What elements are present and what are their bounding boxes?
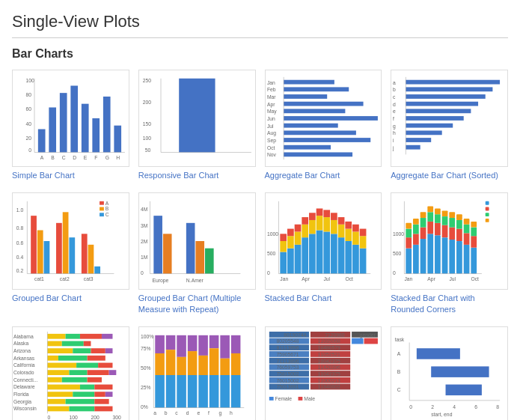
svg-rect-7 <box>49 107 56 152</box>
chart-cell-normalized-stacked-labels[interactable]: 80190744 7120980 gender 80205548 1103506… <box>265 326 382 420</box>
svg-rect-176 <box>420 228 426 239</box>
svg-rect-132 <box>309 213 316 221</box>
svg-rect-69 <box>406 109 471 113</box>
svg-text:b: b <box>165 410 168 416</box>
svg-rect-247 <box>88 377 102 383</box>
svg-text:60: 60 <box>25 106 31 112</box>
chart-cell-stacked-bar-rounded[interactable]: 0 500 1000 <box>391 192 508 314</box>
chart-stacked-bar[interactable]: 0 500 1000 <box>265 192 382 290</box>
svg-rect-195 <box>456 241 462 274</box>
svg-rect-147 <box>345 222 352 229</box>
chart-stacked-bar-rounded[interactable]: 0 500 1000 <box>391 192 508 290</box>
page-title: Single-View Plots <box>12 12 508 38</box>
svg-text:11000213: 11000213 <box>317 378 340 383</box>
svg-text:Aug: Aug <box>266 130 275 136</box>
svg-rect-152 <box>359 237 366 249</box>
svg-rect-172 <box>413 234 419 246</box>
svg-rect-47 <box>284 109 345 113</box>
svg-rect-137 <box>323 217 330 231</box>
svg-rect-237 <box>88 356 105 361</box>
svg-rect-286 <box>209 335 219 348</box>
svg-rect-257 <box>94 399 108 404</box>
svg-rect-244 <box>109 370 117 375</box>
chart-cell-gantt[interactable]: A B C task 0 2 4 6 8 start, end Gantt Ch… <box>391 326 508 420</box>
svg-text:0: 0 <box>393 271 396 276</box>
section-title: Bar Charts <box>12 47 508 61</box>
svg-rect-125 <box>294 232 301 245</box>
svg-rect-134 <box>316 216 322 230</box>
chart-cell-grouped-bar-multiple[interactable]: 0 1M 2M 3M 4M Europe N.Amer Grouped Bar … <box>138 192 256 314</box>
svg-rect-178 <box>420 213 426 219</box>
svg-rect-127 <box>302 237 308 273</box>
svg-text:Male: Male <box>304 396 315 401</box>
svg-rect-353 <box>417 348 460 359</box>
svg-rect-145 <box>345 241 352 274</box>
chart-cell-responsive-bar[interactable]: 250 200 150 100 50 Responsive Bar Chart <box>138 70 256 180</box>
svg-text:100%: 100% <box>141 334 153 339</box>
svg-rect-187 <box>442 237 448 273</box>
svg-rect-67 <box>406 94 486 99</box>
svg-rect-240 <box>98 362 112 368</box>
svg-rect-135 <box>316 209 322 216</box>
chart-gantt[interactable]: A B C task 0 2 4 6 8 start, end <box>391 326 508 420</box>
svg-rect-153 <box>359 229 366 237</box>
svg-rect-174 <box>413 219 419 225</box>
svg-rect-253 <box>94 392 105 397</box>
chart-label-responsive-bar: Responsive Bar Chart <box>138 170 219 180</box>
chart-cell-grouped-bar[interactable]: A B C 1.0 0.8 0.6 0.4 0.2 <box>12 192 129 314</box>
chart-normalized-stacked-labels[interactable]: 80190744 7120980 gender 80205548 1103506… <box>265 326 382 420</box>
svg-text:75815002: 75815002 <box>276 371 299 377</box>
svg-rect-274 <box>166 335 176 350</box>
chart-cell-simple-bar[interactable]: 100 80 60 40 20 0 A B C D E <box>12 70 129 180</box>
chart-cell-aggregate-bar[interactable]: Jan Feb Mar Apr May Jun Jul Aug Sep Oct … <box>265 70 382 180</box>
svg-text:cat2: cat2 <box>60 276 70 281</box>
chart-normalized-stacked[interactable]: 0% 25% 50% 75% 100% <box>138 326 256 420</box>
chart-aggregate-bar-sorted[interactable]: a b c d e f g h i j <box>391 70 508 167</box>
chart-simple-bar[interactable]: 100 80 60 40 20 0 A B C D E <box>12 70 129 167</box>
svg-rect-241 <box>47 370 69 375</box>
svg-rect-146 <box>345 229 352 241</box>
chart-cell-normalized-stacked[interactable]: 0% 25% 50% 75% 100% <box>138 326 256 420</box>
chart-cell-stacked-bar[interactable]: 0 500 1000 <box>265 192 382 314</box>
svg-rect-246 <box>62 377 88 383</box>
svg-text:Oct: Oct <box>266 145 275 150</box>
svg-text:B: B <box>105 207 109 212</box>
svg-rect-226 <box>80 334 102 339</box>
svg-text:Alaska: Alaska <box>13 341 29 346</box>
svg-rect-130 <box>309 234 316 274</box>
svg-text:Feb: Feb <box>266 87 275 92</box>
svg-rect-202 <box>464 219 470 225</box>
svg-rect-280 <box>188 335 198 351</box>
svg-rect-109 <box>195 241 204 274</box>
svg-text:80: 80 <box>25 92 31 97</box>
svg-text:h: h <box>393 130 396 136</box>
chart-grouped-bar-multiple[interactable]: 0 1M 2M 3M 4M Europe N.Amer <box>138 192 256 290</box>
svg-text:g: g <box>218 410 221 416</box>
chart-horizontal-stacked[interactable]: Alabama Alaska Arizona Arkansas Californ… <box>12 326 129 420</box>
svg-rect-285 <box>198 375 208 408</box>
svg-text:B: B <box>397 369 401 374</box>
svg-text:Jan: Jan <box>280 276 288 281</box>
svg-text:80190744: 80190744 <box>284 332 306 338</box>
svg-text:a: a <box>393 80 396 85</box>
svg-rect-229 <box>62 341 84 346</box>
svg-rect-279 <box>177 375 186 408</box>
svg-text:C: C <box>105 212 109 217</box>
svg-text:150: 150 <box>143 121 152 127</box>
svg-rect-133 <box>316 231 322 274</box>
svg-rect-93 <box>82 234 88 274</box>
chart-responsive-bar[interactable]: 250 200 150 100 50 <box>138 70 256 167</box>
svg-rect-188 <box>442 225 448 237</box>
svg-rect-94 <box>88 245 94 274</box>
svg-text:500: 500 <box>393 252 402 257</box>
chart-cell-aggregate-bar-sorted[interactable]: a b c d e f g h i j <box>391 70 508 180</box>
svg-rect-168 <box>406 237 412 249</box>
chart-cell-horizontal-stacked[interactable]: Alabama Alaska Arizona Arkansas Californ… <box>12 326 129 420</box>
chart-aggregate-bar[interactable]: Jan Feb Mar Apr May Jun Jul Aug Sep Oct … <box>265 70 382 167</box>
chart-grouped-bar[interactable]: A B C 1.0 0.8 0.6 0.4 0.2 <box>12 192 129 290</box>
svg-rect-144 <box>337 217 344 225</box>
svg-rect-90 <box>56 223 62 274</box>
svg-rect-140 <box>331 220 337 234</box>
svg-text:100: 100 <box>69 415 78 420</box>
svg-rect-182 <box>428 207 434 213</box>
